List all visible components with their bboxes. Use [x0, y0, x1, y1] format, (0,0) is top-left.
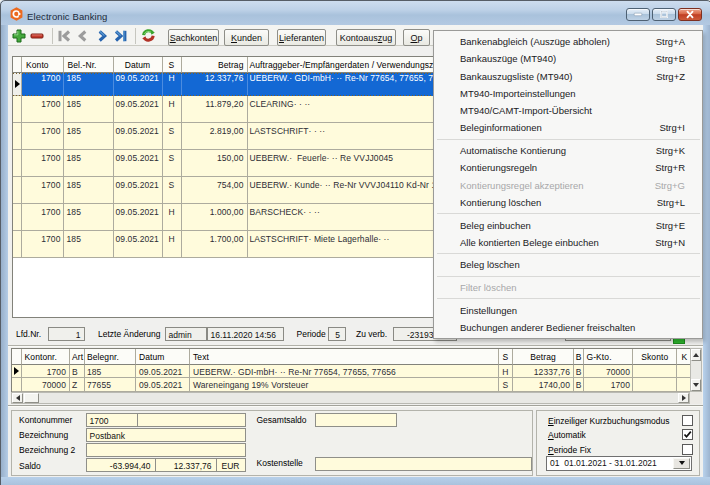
scrollbar-thumb[interactable] [24, 393, 40, 404]
cell-betrag: 1740,00 [513, 378, 574, 392]
menu-item-bankauszuege[interactable]: Bankauszüge (MT940)Strg+B [434, 50, 702, 67]
cell-gkto: 1700 [584, 378, 633, 392]
menu-item-kontierung-loeschen[interactable]: Kontierung löschenStrg+L [434, 194, 702, 211]
menu-item-freischalten[interactable]: Buchungen anderer Bediener freischalten [434, 319, 702, 336]
booking-lines-table: Kontonr. Art Belegnr. Datum Text S Betra… [11, 348, 702, 392]
cell-konto: 1700 [22, 231, 64, 258]
cell-betrag: 1.700,00 [182, 231, 248, 258]
bezeichnung2-field[interactable] [86, 443, 246, 457]
title-bar: Electronic Banking [0, 0, 710, 25]
row-selector-cell [13, 204, 22, 231]
label-text: inzeiliger Kurzbuchungsmodus [554, 416, 670, 426]
maximize-button[interactable] [652, 8, 676, 21]
waehrung-field: EUR [216, 458, 246, 472]
table-row[interactable]: 1700 B 185 09.05.2021 UEBERW.· GDI-mbH· … [12, 365, 701, 379]
scroll-left-button[interactable] [12, 393, 23, 404]
minimize-button[interactable] [626, 8, 650, 21]
menu-item-beleg-loeschen[interactable]: Beleg löschen [434, 256, 702, 273]
menu-item-regel-akzeptieren: Kontierungsregel akzeptierenStrg+G [434, 177, 702, 194]
row-selector-cell [13, 231, 22, 258]
menu-item-label: Automatische Kontierung [460, 145, 566, 156]
menu-item-auto-kontierung[interactable]: Automatische KontierungStrg+K [434, 142, 702, 159]
menu-separator [437, 276, 700, 277]
menu-item-label: Beleginformationen [460, 122, 542, 133]
column-header-datum: Datum [136, 349, 190, 365]
selector-column-header [13, 57, 22, 73]
panel-divider-highlight [8, 406, 703, 407]
cell-datum: 09.05.2021 [114, 177, 163, 204]
window-border-bottom [0, 477, 710, 485]
window-border-right [703, 25, 710, 485]
menu-item-einstellungen[interactable]: Einstellungen [434, 302, 702, 319]
horizontal-scrollbar[interactable] [11, 392, 690, 405]
menu-item-label: MT940-Importeinstellungen [460, 88, 576, 99]
menu-item-alle-einbuchen[interactable]: Alle kontierten Belege einbuchenStrg+N [434, 234, 702, 251]
menu-item-bankauszugsliste[interactable]: Bankauszugsliste (MT940)Strg+Z [434, 68, 702, 85]
lieferanten-button[interactable]: Lieferanten [277, 29, 326, 46]
gesamtsaldo-field [315, 413, 397, 427]
column-header-art: Art [70, 349, 85, 365]
menu-item-shortcut: Strg+A [656, 33, 685, 50]
letzte-aenderung-label: Letzte Änderung [98, 327, 160, 341]
button-label: ieferanten [284, 33, 324, 43]
row-selector-cell [13, 150, 22, 177]
menu-item-beleginformationen[interactable]: BeleginformationenStrg+I [434, 119, 702, 136]
scroll-down-button[interactable] [691, 379, 702, 391]
kontonummer2-field[interactable] [137, 413, 246, 427]
periode-fix-checkbox[interactable] [682, 444, 693, 455]
row-selector-cell [13, 96, 22, 123]
sachkonten-button[interactable]: Sachkonten [168, 29, 219, 46]
column-header-konto: Konto [22, 57, 64, 73]
cell-skonto [633, 378, 678, 392]
refresh-button[interactable] [141, 26, 156, 45]
add-record-button[interactable] [11, 26, 26, 45]
button-label: p [418, 33, 423, 43]
menu-item-label: Kontierung löschen [460, 197, 541, 208]
nav-first-button[interactable] [57, 26, 71, 45]
menu-item-mt940-import[interactable]: MT940-Importeinstellungen [434, 85, 702, 102]
letzte-aenderung-datetime: 16.11.2020 14:56 [207, 327, 285, 341]
nav-next-button[interactable] [96, 26, 108, 45]
cell-konto: 1700 [22, 123, 64, 150]
column-header-s: S [163, 57, 182, 73]
column-header-text: Text [190, 349, 499, 365]
nav-prev-button[interactable] [76, 26, 88, 45]
kurzbuchung-checkbox[interactable] [682, 415, 693, 426]
cell-s: H [499, 365, 513, 379]
periode-select[interactable]: 01 01.01.2021 - 31.01.2021 [546, 456, 692, 471]
automatik-checkbox[interactable] [682, 429, 693, 440]
op-button[interactable]: Op [403, 29, 430, 46]
menu-separator [437, 213, 700, 214]
nav-last-button[interactable] [113, 26, 128, 45]
kontonummer-field[interactable]: 1700 [86, 413, 138, 427]
delete-record-button[interactable] [29, 26, 44, 45]
label-text: utomatik [554, 430, 586, 440]
table-row[interactable]: 70000 Z 77655 09.05.2021 Wareneingang 19… [12, 378, 701, 392]
bezeichnung-field[interactable]: Postbank [86, 428, 246, 442]
dropdown-button[interactable] [673, 458, 690, 469]
menu-item-mt940-camt[interactable]: MT940/CAMT-Import-Übersicht [434, 102, 702, 119]
cell-konto: 1700 [22, 177, 64, 204]
kostenstelle-field[interactable] [315, 457, 532, 471]
menu-item-label: Bankauszüge (MT940) [460, 53, 556, 64]
menu-separator [437, 139, 700, 140]
scroll-up-button[interactable] [691, 349, 702, 361]
button-label: achkonten [176, 33, 218, 43]
close-button[interactable] [678, 8, 702, 21]
menu-item-kontierungsregeln[interactable]: KontierungsregelnStrg+R [434, 159, 702, 176]
cell-betrag: 1.000,00 [182, 204, 248, 231]
menu-item-bankenabgleich[interactable]: Bankenabgleich (Auszüge abholen)Strg+A [434, 33, 702, 50]
cell-betrag: 12.337,76 [182, 73, 248, 96]
toolbar-separator [135, 28, 136, 44]
kostenstelle-label: Kostenstelle [257, 457, 303, 470]
vertical-scrollbar[interactable] [690, 348, 703, 392]
close-icon [679, 9, 701, 20]
lfdnr-value: 1 [48, 327, 85, 341]
kunden-button[interactable]: Kunden [224, 29, 269, 46]
kontoauszug-button[interactable]: Kontoauszug [336, 29, 396, 46]
menu-item-label: Bankauszugsliste (MT940) [460, 71, 572, 82]
scroll-right-button[interactable] [678, 393, 689, 404]
menu-item-beleg-einbuchen[interactable]: Beleg einbuchenStrg+E [434, 217, 702, 234]
toolbar-separator [52, 28, 53, 44]
menu-item-shortcut: Strg+K [656, 142, 685, 159]
